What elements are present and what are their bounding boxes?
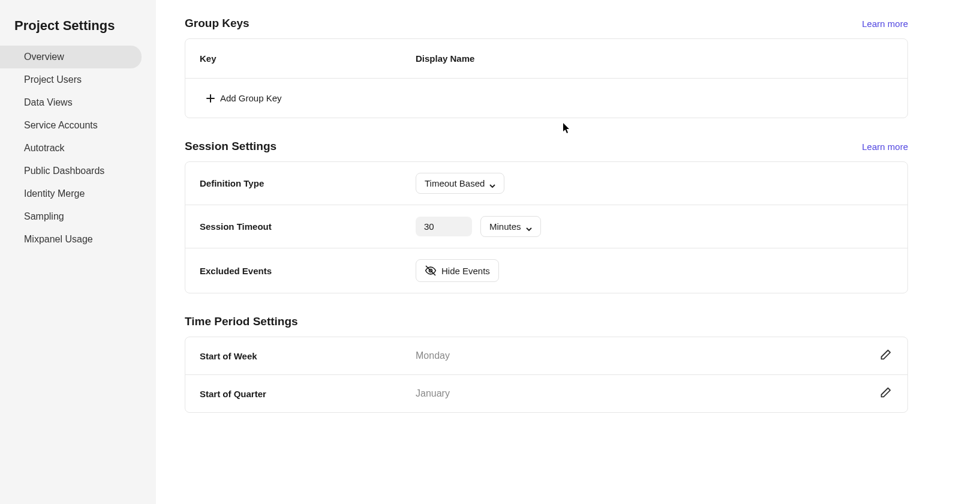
value-definition-type: Timeout Based — [416, 173, 893, 194]
value-session-timeout: Minutes — [416, 216, 893, 237]
row-start-of-week: Start of Week Monday — [185, 337, 907, 375]
edit-start-of-week-button[interactable] — [877, 348, 893, 364]
col-header-key: Key — [200, 53, 416, 64]
start-of-quarter-value: January — [416, 388, 450, 399]
start-of-week-value: Monday — [416, 350, 450, 361]
edit-cell — [857, 348, 893, 364]
col-header-display-name: Display Name — [416, 53, 893, 64]
group-keys-table-header: Key Display Name — [185, 39, 907, 79]
learn-more-link-group-keys[interactable]: Learn more — [862, 19, 908, 29]
chevron-down-icon — [526, 224, 532, 230]
sidebar-item-label: Identity Merge — [24, 188, 85, 199]
row-definition-type: Definition Type Timeout Based — [185, 162, 907, 205]
add-group-key-label: Add Group Key — [220, 93, 282, 103]
add-group-key-button[interactable]: Add Group Key — [200, 93, 288, 103]
sidebar-item-autotrack[interactable]: Autotrack — [0, 137, 142, 160]
sidebar-item-label: Data Views — [24, 97, 73, 107]
value-excluded-events: Hide Events — [416, 259, 893, 282]
label-excluded-events: Excluded Events — [200, 266, 416, 276]
definition-type-dropdown[interactable]: Timeout Based — [416, 173, 504, 194]
chevron-down-icon — [489, 181, 495, 187]
section-session-settings: Session Settings Learn more Definition T… — [185, 140, 908, 293]
group-keys-add-row: Add Group Key — [185, 79, 907, 118]
pencil-icon — [879, 386, 892, 401]
section-header: Group Keys Learn more — [185, 17, 908, 30]
section-group-keys: Group Keys Learn more Key Display Name A… — [185, 17, 908, 118]
sidebar-item-project-users[interactable]: Project Users — [0, 68, 142, 91]
label-start-of-week: Start of Week — [200, 351, 416, 361]
label-definition-type: Definition Type — [200, 178, 416, 188]
definition-type-value: Timeout Based — [425, 178, 485, 188]
row-start-of-quarter: Start of Quarter January — [185, 375, 907, 412]
section-title-time-period-settings: Time Period Settings — [185, 315, 298, 328]
sidebar-item-label: Autotrack — [24, 143, 65, 153]
row-session-timeout: Session Timeout Minutes — [185, 205, 907, 248]
sidebar-item-data-views[interactable]: Data Views — [0, 91, 142, 114]
main-content: Group Keys Learn more Key Display Name A… — [156, 0, 980, 504]
sidebar-item-label: Project Users — [24, 74, 82, 85]
plus-icon — [206, 94, 215, 103]
sidebar-item-service-accounts[interactable]: Service Accounts — [0, 114, 142, 137]
edit-cell — [857, 386, 893, 401]
label-start-of-quarter: Start of Quarter — [200, 389, 416, 399]
section-time-period-settings: Time Period Settings Start of Week Monda… — [185, 315, 908, 413]
sidebar-item-label: Service Accounts — [24, 120, 98, 130]
pencil-icon — [879, 349, 892, 364]
sidebar-item-label: Public Dashboards — [24, 166, 104, 176]
sidebar-nav: Overview Project Users Data Views Servic… — [0, 46, 156, 251]
sidebar-item-identity-merge[interactable]: Identity Merge — [0, 182, 142, 205]
hide-events-button[interactable]: Hide Events — [416, 259, 499, 282]
group-keys-card: Key Display Name Add Group Key — [185, 38, 908, 118]
section-header: Time Period Settings — [185, 315, 908, 328]
sidebar-item-mixpanel-usage[interactable]: Mixpanel Usage — [0, 228, 142, 251]
sidebar-item-sampling[interactable]: Sampling — [0, 205, 142, 228]
section-header: Session Settings Learn more — [185, 140, 908, 153]
label-session-timeout: Session Timeout — [200, 221, 416, 232]
sidebar: Project Settings Overview Project Users … — [0, 0, 156, 504]
eye-off-icon — [425, 265, 437, 277]
section-title-session-settings: Session Settings — [185, 140, 276, 153]
session-settings-card: Definition Type Timeout Based Session Ti… — [185, 161, 908, 293]
sidebar-item-public-dashboards[interactable]: Public Dashboards — [0, 160, 142, 182]
sidebar-item-label: Overview — [24, 52, 64, 62]
sidebar-item-label: Mixpanel Usage — [24, 234, 93, 244]
session-timeout-unit: Minutes — [489, 221, 521, 232]
row-excluded-events: Excluded Events Hide Events — [185, 248, 907, 293]
session-timeout-input[interactable] — [416, 217, 472, 236]
edit-start-of-quarter-button[interactable] — [877, 386, 893, 401]
value-start-of-week: Monday — [416, 350, 857, 361]
value-start-of-quarter: January — [416, 388, 857, 399]
time-period-card: Start of Week Monday Start of Quarte — [185, 337, 908, 413]
learn-more-link-session-settings[interactable]: Learn more — [862, 142, 908, 152]
sidebar-item-label: Sampling — [24, 211, 64, 221]
session-timeout-unit-dropdown[interactable]: Minutes — [480, 216, 541, 237]
section-title-group-keys: Group Keys — [185, 17, 249, 30]
sidebar-item-overview[interactable]: Overview — [0, 46, 142, 68]
hide-events-label: Hide Events — [441, 266, 490, 276]
sidebar-title: Project Settings — [0, 18, 156, 46]
